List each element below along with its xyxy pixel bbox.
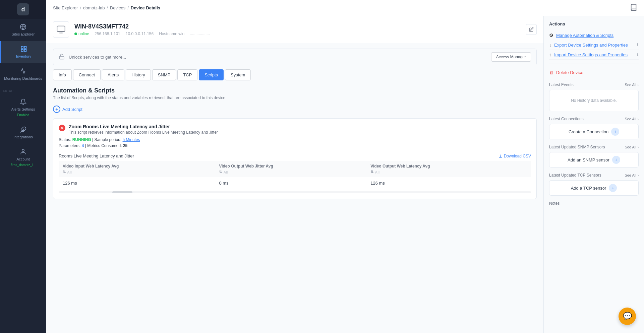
- device-mac: Hostname win: [159, 31, 184, 36]
- tab-connect[interactable]: Connect: [73, 69, 101, 80]
- sidebar-item-label: Alerts Settings: [11, 107, 35, 111]
- svg-rect-3: [24, 47, 26, 49]
- sample-period-value[interactable]: 5 Minutes: [123, 137, 140, 142]
- add-snmp-circle-icon: +: [612, 156, 620, 164]
- access-manager-button[interactable]: Access Manager: [491, 52, 531, 62]
- export-settings-action[interactable]: ↓ Export Device Settings and Properties …: [549, 40, 639, 50]
- lock-banner: Unlock services to get more... Access Ma…: [53, 49, 537, 65]
- script-name: Zoom Rooms Live Meeting Latency and Jitt…: [69, 124, 218, 129]
- add-tcp-circle-icon: +: [609, 184, 617, 192]
- tab-history[interactable]: History: [126, 69, 151, 80]
- col3-filter[interactable]: ⇅ All: [370, 170, 527, 174]
- sidebar-setup-label: Setup: [0, 85, 46, 94]
- connections-chevron-icon: ›: [638, 117, 639, 121]
- delete-device-action[interactable]: 🗑 Delete Device: [549, 68, 639, 77]
- device-ip2: 10.0.0.0.11.156: [126, 31, 154, 36]
- cell-jitter-avg: 0 ms: [215, 177, 366, 189]
- actions-section: Actions ⚙ Manage Automation & Scripts ↓ …: [549, 21, 639, 77]
- col2-filter[interactable]: ⇅ All: [219, 170, 362, 174]
- tab-snmp[interactable]: SNMP: [152, 69, 176, 80]
- sidebar-item-integrations[interactable]: Integrations: [0, 122, 46, 144]
- parameters-value[interactable]: 4: [82, 143, 85, 148]
- tcp-see-all[interactable]: See All ›: [625, 173, 639, 177]
- chart-icon: [20, 68, 26, 74]
- add-snmp-label: Add an SNMP sensor: [568, 157, 609, 162]
- status-text: online: [78, 31, 89, 36]
- add-script-label: Add Script: [62, 107, 82, 112]
- table-scrollbar[interactable]: [112, 191, 132, 193]
- connections-see-all[interactable]: See All ›: [625, 117, 639, 121]
- add-connection-circle-icon: +: [611, 128, 619, 136]
- data-section: Rooms Live Meeting Latency and Jitter Do…: [59, 153, 531, 193]
- app-logo-icon: d: [17, 3, 29, 15]
- breadcrumb-domotz-lab[interactable]: domotz-lab: [83, 5, 105, 10]
- parameters-label: Parameters:: [59, 143, 80, 148]
- events-see-all[interactable]: See All ›: [625, 83, 639, 87]
- import-settings-label: Import Device Settings and Properties: [554, 52, 628, 57]
- grid-icon: [20, 46, 27, 52]
- content-area: WIN-8V4S3MFT742 online 256.168.1.101 10.…: [46, 16, 644, 333]
- sample-period-label: Sample period:: [94, 137, 121, 142]
- snmp-chevron-icon: ›: [638, 145, 639, 149]
- download-csv-button[interactable]: Download CSV: [499, 154, 531, 158]
- delete-device-label: Delete Device: [556, 70, 583, 75]
- sidebar-account-sub: firas_domotz_l...: [11, 163, 35, 167]
- sidebar-item-inventory[interactable]: Inventory: [0, 41, 46, 63]
- create-connection-label: Create a Connection: [569, 129, 608, 134]
- download-arrow-icon: ↓: [549, 42, 551, 48]
- svg-point-8: [22, 149, 24, 152]
- sidebar-item-monitoring[interactable]: Monitoring Dashboards: [0, 63, 46, 85]
- latest-events-section: Latest Events See All › No History data …: [549, 82, 639, 111]
- sidebar: d Sites Explorer Inventory Monitoring Da…: [0, 0, 46, 333]
- data-table: Video Input Web Latency Avg ⇅ All: [59, 161, 531, 189]
- latest-tcp-section: Latest Updated TCP Sensors See All › Add…: [549, 173, 639, 196]
- sidebar-item-label: Inventory: [16, 54, 31, 58]
- sidebar-item-sites-explorer[interactable]: Sites Explorer: [0, 19, 46, 41]
- add-script-button[interactable]: + Add Script: [53, 106, 537, 113]
- export-info-icon[interactable]: ℹ: [637, 43, 639, 47]
- import-settings-action[interactable]: ↑ Import Device Settings and Properties …: [549, 50, 639, 60]
- tabs: Info Connect Alerts History SNMP TCP Scr…: [46, 65, 543, 80]
- tab-info[interactable]: Info: [53, 69, 72, 80]
- col1-filter[interactable]: ⇅ All: [63, 170, 211, 174]
- upload-arrow-icon: ↑: [549, 52, 551, 57]
- script-status: RUNNING: [72, 137, 91, 142]
- tab-tcp[interactable]: TCP: [177, 69, 197, 80]
- add-tcp-sensor-button[interactable]: Add a TCP sensor +: [549, 180, 639, 196]
- latest-connections-header: Latest Connections See All ›: [549, 117, 639, 121]
- add-snmp-sensor-button[interactable]: Add an SNMP sensor +: [549, 152, 639, 168]
- svg-rect-4: [21, 50, 23, 52]
- latest-connections-title: Latest Connections: [549, 117, 584, 121]
- manage-automation-action[interactable]: ⚙ Manage Automation & Scripts: [549, 30, 639, 40]
- globe-icon: [20, 23, 26, 30]
- notes-title: Notes: [549, 201, 639, 206]
- manage-automation-label: Manage Automation & Scripts: [556, 33, 613, 38]
- chat-button[interactable]: 💬: [619, 308, 636, 325]
- notes-section: Notes: [549, 201, 639, 206]
- download-icon: [499, 154, 503, 158]
- sidebar-item-alerts[interactable]: Alerts Settings Enabled: [0, 94, 46, 122]
- trash-icon: 🗑: [549, 70, 553, 75]
- status-label: Status:: [59, 137, 72, 142]
- latest-snmp-title: Latest Updated SNMP Sensors: [549, 145, 605, 149]
- latest-tcp-header: Latest Updated TCP Sensors See All ›: [549, 173, 639, 178]
- script-close-button[interactable]: ✕: [59, 125, 65, 131]
- tab-system[interactable]: System: [225, 69, 251, 80]
- breadcrumb-devices[interactable]: Devices: [110, 5, 125, 10]
- script-name-block: Zoom Rooms Live Meeting Latency and Jitt…: [69, 124, 218, 135]
- tab-scripts[interactable]: Scripts: [199, 69, 224, 80]
- sidebar-item-label: Sites Explorer: [12, 32, 35, 36]
- import-info-icon[interactable]: ℹ: [637, 52, 639, 57]
- tab-alerts[interactable]: Alerts: [102, 69, 124, 80]
- download-csv-label: Download CSV: [504, 154, 531, 158]
- edit-device-button[interactable]: [526, 24, 537, 35]
- book-icon[interactable]: [630, 7, 637, 12]
- breadcrumb-site-explorer[interactable]: Site Explorer: [53, 5, 78, 10]
- breadcrumb: Site Explorer / domotz-lab / Devices / D…: [53, 5, 160, 10]
- sidebar-item-account[interactable]: Account firas_domotz_l...: [0, 144, 46, 172]
- device-header: WIN-8V4S3MFT742 online 256.168.1.101 10.…: [46, 16, 543, 43]
- create-connection-button[interactable]: Create a Connection +: [549, 124, 639, 139]
- add-tcp-label: Add a TCP sensor: [571, 186, 606, 191]
- snmp-see-all[interactable]: See All ›: [625, 145, 639, 149]
- latest-snmp-header: Latest Updated SNMP Sensors See All ›: [549, 145, 639, 149]
